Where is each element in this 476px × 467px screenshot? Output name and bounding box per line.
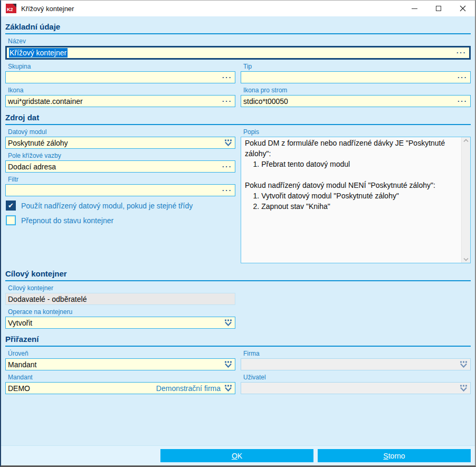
pole-krizove-vazby-ellipsis-button[interactable]: ··· — [222, 164, 232, 169]
field-uroven-label: Úroveň — [5, 348, 235, 358]
field-mandant-label: Mandant — [5, 371, 235, 382]
form-body: Základní údaje Název Křížový kontejner ·… — [1, 16, 475, 445]
field-cilovy-kontejner-label: Cílový kontejner — [5, 282, 235, 293]
field-ikona: Ikona wui*gridstate.container ··· — [5, 84, 235, 107]
maximize-icon — [436, 6, 441, 11]
operace-value: Vytvořit — [8, 319, 32, 327]
field-uzivatel-label: Uživatel — [241, 371, 471, 382]
skupina-input[interactable]: ··· — [5, 71, 235, 83]
pole-krizove-vazby-input[interactable]: Dodací adresa ··· — [5, 160, 235, 173]
field-tip: Tip ··· — [241, 61, 471, 83]
field-ikona-pro-strom: Ikona pro strom stdico*t00050 ··· — [241, 84, 471, 107]
field-mandant: Mandant DEMO Demonstrační firma — [5, 371, 235, 394]
checkbox-prepnout-do-stavu-kontejner[interactable]: ✔ Přepnout do stavu kontejner — [6, 215, 235, 225]
section-title-zakladni-udaje: Základní údaje — [5, 20, 471, 34]
ikona-value: wui*gridstate.container — [8, 97, 83, 106]
minimize-icon — [412, 8, 417, 9]
field-nazev-label: Název — [5, 35, 471, 46]
ikona-pro-strom-ellipsis-button[interactable]: ··· — [458, 99, 468, 104]
field-ikona-label: Ikona — [5, 84, 235, 95]
mandant-value: DEMO — [8, 384, 30, 393]
ikona-pro-strom-input[interactable]: stdico*t00050 ··· — [241, 95, 471, 107]
field-operace-na-kontejneru: Operace na kontejneru Vytvořit — [5, 306, 235, 329]
section-title-prirazeni: Přiřazení — [5, 332, 471, 347]
field-nazev: Název Křížový kontejner ··· — [5, 35, 471, 60]
datovy-modul-dropdown[interactable]: Poskytnuté zálohy — [5, 137, 235, 149]
ok-button[interactable]: OK — [160, 449, 313, 462]
field-pole-krizove-vazby: Pole křížové vazby Dodací adresa ··· — [5, 150, 235, 173]
field-filtr-label: Filtr — [5, 174, 235, 184]
dropdown-icon[interactable] — [224, 139, 232, 146]
field-popis: Popis Pokud DM z formuláře nebo nadřízen… — [241, 126, 471, 263]
cilovy-kontejner-value: Dodavatelé - odběratelé — [8, 295, 87, 303]
ikona-pro-strom-value: stdico*t00050 — [243, 97, 288, 106]
section-title-zdroj-dat: Zdroj dat — [5, 110, 471, 125]
zdroj-dat-right-column: Popis Pokud DM z formuláře nebo nadřízen… — [241, 126, 471, 264]
maximize-button[interactable] — [426, 1, 451, 16]
skupina-ellipsis-button[interactable]: ··· — [222, 75, 232, 80]
tip-ellipsis-button[interactable]: ··· — [458, 75, 468, 80]
dropdown-icon — [460, 361, 468, 368]
ok-button-accesskey: O — [232, 452, 237, 460]
checkbox-box[interactable]: ✔ — [6, 201, 16, 211]
mandant-description: Demonstrační firma — [156, 384, 221, 393]
popis-text: Pokud DM z formuláře nebo nadřízené dávk… — [241, 137, 461, 263]
cilovy-kontejner-input: Dodavatelé - odběratelé — [5, 293, 235, 305]
filtr-input[interactable]: ··· — [5, 184, 235, 196]
window-controls — [402, 1, 475, 16]
zdroj-dat-left-column: Datový modul Poskytnuté zálohy Pole kříž… — [5, 126, 235, 230]
ikona-ellipsis-button[interactable]: ··· — [222, 99, 232, 104]
k2-app-icon-text: K2 — [7, 7, 13, 12]
field-ikona-pro-strom-label: Ikona pro strom — [241, 84, 471, 95]
field-firma-label: Firma — [241, 348, 471, 358]
popis-textarea[interactable]: Pokud DM z formuláře nebo nadřízené dávk… — [241, 137, 471, 263]
dropdown-icon[interactable] — [224, 319, 232, 326]
ok-button-label: K — [237, 452, 242, 460]
nazev-ellipsis-button[interactable]: ··· — [456, 50, 467, 55]
checkbox-label: Použít nadřízený datový modul, pokud je … — [21, 202, 193, 210]
dropdown-icon[interactable] — [224, 385, 232, 392]
field-cilovy-kontejner: Cílový kontejner Dodavatelé - odběratelé — [5, 282, 235, 305]
ikona-input[interactable]: wui*gridstate.container ··· — [5, 95, 235, 107]
checkbox-label: Přepnout do stavu kontejner — [21, 216, 113, 225]
field-firma: Firma — [241, 348, 471, 370]
firma-dropdown — [241, 358, 471, 370]
checkbox-box[interactable]: ✔ — [6, 215, 16, 225]
storno-button[interactable]: Storno — [318, 449, 471, 462]
field-uzivatel: Uživatel — [241, 371, 471, 394]
nazev-input[interactable]: Křížový kontejner ··· — [5, 46, 471, 60]
dropdown-icon — [460, 385, 468, 392]
popis-scrollbar[interactable] — [461, 137, 470, 263]
window-title: Křížový kontejner — [21, 5, 74, 13]
storno-button-accesskey: S — [383, 452, 388, 460]
field-skupina: Skupina ··· — [5, 61, 235, 83]
titlebar: K2 Křížový kontejner — [1, 1, 475, 16]
minimize-button[interactable] — [402, 1, 426, 16]
operace-na-kontejneru-dropdown[interactable]: Vytvořit — [5, 317, 235, 329]
tip-input[interactable]: ··· — [241, 71, 471, 83]
pole-krizove-vazby-value: Dodací adresa — [8, 163, 56, 171]
mandant-dropdown[interactable]: DEMO Demonstrační firma — [5, 382, 235, 394]
button-bar: OK Storno — [1, 445, 475, 465]
field-skupina-label: Skupina — [5, 61, 235, 71]
field-datovy-modul: Datový modul Poskytnuté zálohy — [5, 126, 235, 149]
storno-button-label: torno — [388, 452, 405, 460]
scroll-up-icon[interactable] — [463, 139, 469, 142]
field-filtr: Filtr ··· — [5, 174, 235, 196]
filtr-ellipsis-button[interactable]: ··· — [222, 188, 232, 193]
nazev-value: Křížový kontejner — [9, 48, 68, 58]
datovy-modul-value: Poskytnuté zálohy — [8, 139, 68, 147]
field-datovy-modul-label: Datový modul — [5, 126, 235, 137]
checkbox-use-parent-datovy-modul[interactable]: ✔ Použít nadřízený datový modul, pokud j… — [6, 201, 235, 211]
scroll-down-icon[interactable] — [463, 258, 469, 261]
field-uroven: Úroveň Mandant — [5, 348, 235, 370]
close-button[interactable] — [451, 1, 475, 16]
dropdown-icon[interactable] — [224, 361, 232, 368]
uroven-dropdown[interactable]: Mandant — [5, 358, 235, 370]
check-icon: ✔ — [8, 202, 14, 209]
field-popis-label: Popis — [241, 126, 471, 137]
k2-app-icon: K2 — [6, 4, 16, 13]
uroven-value: Mandant — [8, 360, 36, 369]
field-pole-krizove-vazby-label: Pole křížové vazby — [5, 150, 235, 160]
section-title-cilovy-kontejner: Cílový kontejner — [5, 266, 471, 281]
